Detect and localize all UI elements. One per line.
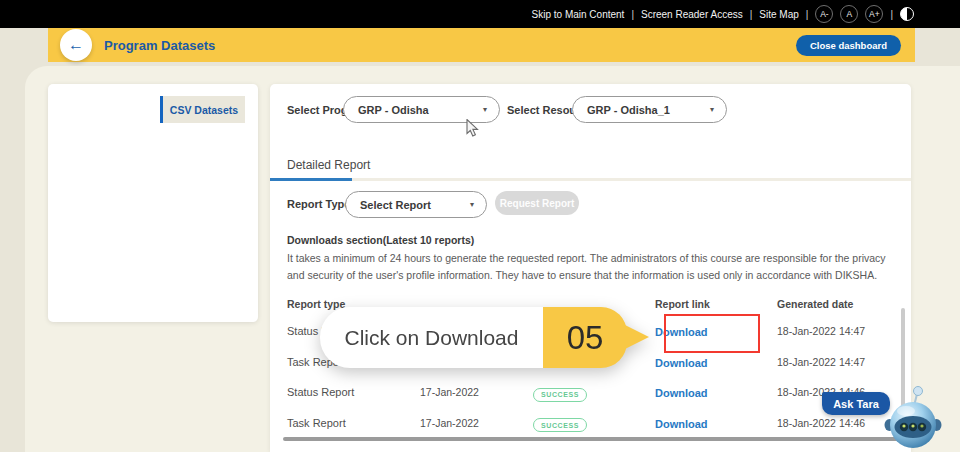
status-badge: SUCCESS — [533, 388, 587, 402]
contrast-toggle-icon[interactable] — [900, 7, 914, 21]
screen-reader-access-link[interactable]: Screen Reader Access — [641, 9, 743, 20]
separator: | — [806, 9, 809, 20]
header-report-link: Report link — [655, 298, 777, 310]
font-decrease-button[interactable]: A- — [815, 5, 833, 23]
chevron-down-icon: ▾ — [483, 105, 487, 114]
download-link[interactable]: Download — [655, 418, 708, 430]
report-type-value: Select Report — [360, 199, 460, 211]
tara-robot-icon[interactable] — [884, 384, 942, 452]
separator: | — [890, 9, 893, 20]
accessibility-bar: Skip to Main Content | Screen Reader Acc… — [0, 0, 960, 28]
download-link[interactable]: Download — [655, 387, 708, 399]
downloads-heading: Downloads section(Latest 10 reports) — [287, 234, 474, 246]
report-type-cell: Status Report — [287, 386, 420, 398]
tour-step-number: 05 — [543, 307, 627, 368]
generated-date-cell: 18-Jan-2022 14:47 — [777, 325, 898, 337]
header-generated-date: Generated date — [777, 298, 898, 310]
tour-highlight-box — [664, 314, 760, 353]
tab-divider — [270, 178, 911, 181]
select-resource-dropdown[interactable]: GRP - Odisha_1 ▾ — [572, 96, 727, 123]
tour-tooltip: Click on Download 05 — [320, 307, 627, 368]
horizontal-scrollbar[interactable] — [283, 437, 900, 441]
page-title: Program Datasets — [104, 28, 215, 62]
program-datasets-page: Skip to Main Content | Screen Reader Acc… — [0, 0, 960, 452]
generated-date-cell: 18-Jan-2022 14:46 — [777, 417, 898, 429]
skip-to-main-content-link[interactable]: Skip to Main Content — [532, 9, 625, 20]
separator: | — [631, 9, 634, 20]
separator: | — [750, 9, 753, 20]
back-arrow-icon: ← — [68, 36, 84, 54]
site-map-link[interactable]: Site Map — [759, 9, 798, 20]
generated-date-cell: 18-Jan-2022 14:47 — [777, 356, 898, 368]
report-date-cell: 17-Jan-2022 — [420, 417, 533, 429]
report-type-label: Report Type — [287, 198, 350, 210]
font-default-button[interactable]: A — [840, 5, 858, 23]
mouse-cursor-icon — [466, 119, 480, 141]
chevron-down-icon: ▾ — [710, 105, 714, 114]
ask-tara-button[interactable]: Ask Tara — [822, 392, 890, 415]
table-row: Task Report 17-Jan-2022 SUCCESS Download… — [287, 408, 898, 439]
chevron-down-icon: ▾ — [470, 200, 474, 209]
report-date-cell: 17-Jan-2022 — [420, 386, 533, 398]
report-type-cell: Task Report — [287, 417, 420, 429]
back-button[interactable]: ← — [60, 29, 92, 61]
close-dashboard-button[interactable]: Close dashboard — [796, 35, 901, 56]
select-program-value: GRP - Odisha — [358, 104, 473, 116]
table-row: Status Report 17-Jan-2022 SUCCESS Downlo… — [287, 377, 898, 408]
sidebar-item-csv-datasets[interactable]: CSV Datasets — [160, 96, 245, 123]
active-tab-indicator — [270, 178, 352, 181]
font-increase-button[interactable]: A+ — [865, 5, 883, 23]
sidebar: CSV Datasets — [48, 84, 258, 322]
page-header: ← Program Datasets Close dashboard — [48, 28, 915, 62]
tab-detailed-report[interactable]: Detailed Report — [287, 158, 370, 172]
status-badge: SUCCESS — [533, 418, 587, 432]
tour-tooltip-text: Click on Download — [320, 307, 543, 368]
tour-arrow-icon — [623, 324, 649, 350]
request-report-button[interactable]: Request Report — [495, 191, 579, 215]
download-link[interactable]: Download — [655, 357, 708, 369]
select-resource-value: GRP - Odisha_1 — [587, 104, 700, 116]
downloads-description: It takes a minimum of 24 hours to genera… — [287, 250, 887, 283]
report-type-dropdown[interactable]: Select Report ▾ — [345, 191, 487, 218]
main-content-card: Select Program GRP - Odisha ▾ Select Res… — [270, 84, 911, 452]
